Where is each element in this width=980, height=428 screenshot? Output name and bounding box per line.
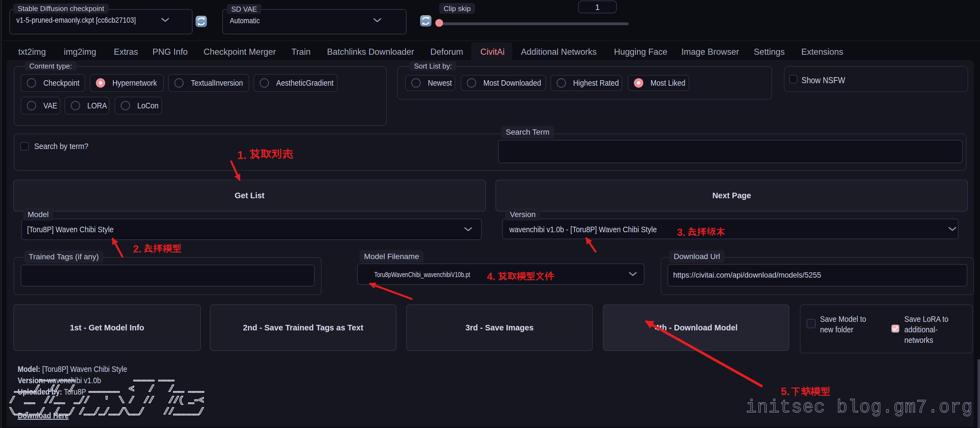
svg-text:1.: 1.	[237, 149, 247, 161]
svg-text:5.: 5.	[781, 386, 790, 397]
svg-text:2.: 2.	[133, 243, 142, 255]
svg-text:3.: 3.	[677, 227, 685, 238]
svg-text:4.: 4.	[487, 271, 495, 282]
